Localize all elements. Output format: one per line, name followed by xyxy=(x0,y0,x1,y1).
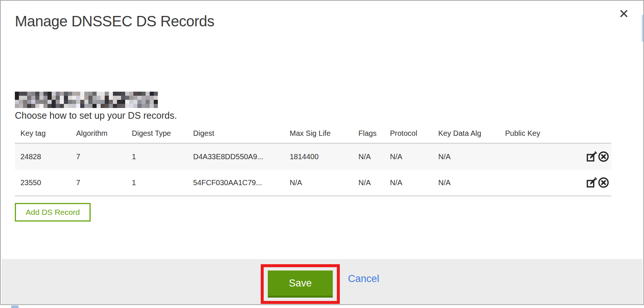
cell-key-tag: 24828 xyxy=(15,143,71,170)
cell-max-sig-life: 1814400 xyxy=(284,143,353,170)
col-key-data-alg: Key Data Alg xyxy=(433,125,500,143)
background-page-fragment xyxy=(11,305,19,308)
cell-key-data-alg: N/A xyxy=(433,143,500,170)
table-header-row: Key tag Algorithm Digest Type Digest Max… xyxy=(15,125,611,143)
col-protocol: Protocol xyxy=(384,125,433,143)
cell-digest: D4A33E8DD550A9... xyxy=(188,143,284,170)
background-page-fragment xyxy=(642,15,643,42)
page-title: Manage DNSSEC DS Records xyxy=(1,1,643,30)
row-actions xyxy=(550,143,611,170)
cell-flags: N/A xyxy=(353,143,384,170)
table-row: 24828 7 1 D4A33E8DD550A9... 1814400 N/A … xyxy=(15,143,611,170)
subtitle-text: Choose how to set up your DS records. xyxy=(15,110,643,121)
cell-key-tag: 23550 xyxy=(15,170,71,196)
cancel-link[interactable]: Cancel xyxy=(348,273,379,285)
dnssec-modal: Manage DNSSEC DS Records ✕ Choose how to… xyxy=(0,0,644,305)
cell-max-sig-life: N/A xyxy=(284,170,353,196)
cell-digest: 54FCF030AA1C79... xyxy=(188,170,284,196)
col-actions xyxy=(550,125,611,143)
ds-records-table: Key tag Algorithm Digest Type Digest Max… xyxy=(15,125,611,196)
cell-digest-type: 1 xyxy=(126,143,188,170)
redacted-domain xyxy=(15,92,158,108)
col-digest: Digest xyxy=(188,125,284,143)
close-icon[interactable]: ✕ xyxy=(619,7,630,20)
cell-digest-type: 1 xyxy=(126,170,188,196)
add-ds-record-button[interactable]: Add DS Record xyxy=(15,203,91,222)
row-actions xyxy=(550,170,611,196)
annotation-highlight: Save xyxy=(261,264,340,304)
col-digest-type: Digest Type xyxy=(126,125,188,143)
table-row: 23550 7 1 54FCF030AA1C79... N/A N/A N/A … xyxy=(15,170,611,196)
col-max-sig-life: Max Sig Life xyxy=(284,125,353,143)
col-algorithm: Algorithm xyxy=(71,125,126,143)
cell-algorithm: 7 xyxy=(71,170,126,196)
cell-key-data-alg: N/A xyxy=(433,170,500,196)
save-button[interactable]: Save xyxy=(268,271,333,298)
delete-record-icon[interactable] xyxy=(598,177,609,188)
delete-record-icon[interactable] xyxy=(598,151,609,162)
edit-record-icon[interactable] xyxy=(586,177,597,188)
col-flags: Flags xyxy=(353,125,384,143)
col-public-key: Public Key xyxy=(500,125,550,143)
cell-public-key xyxy=(500,170,550,196)
col-key-tag: Key tag xyxy=(15,125,71,143)
cell-protocol: N/A xyxy=(384,170,433,196)
cell-algorithm: 7 xyxy=(71,143,126,170)
cell-public-key xyxy=(500,143,550,170)
modal-footer: Save Cancel xyxy=(1,259,643,304)
cell-flags: N/A xyxy=(353,170,384,196)
edit-record-icon[interactable] xyxy=(586,151,597,162)
cell-protocol: N/A xyxy=(384,143,433,170)
